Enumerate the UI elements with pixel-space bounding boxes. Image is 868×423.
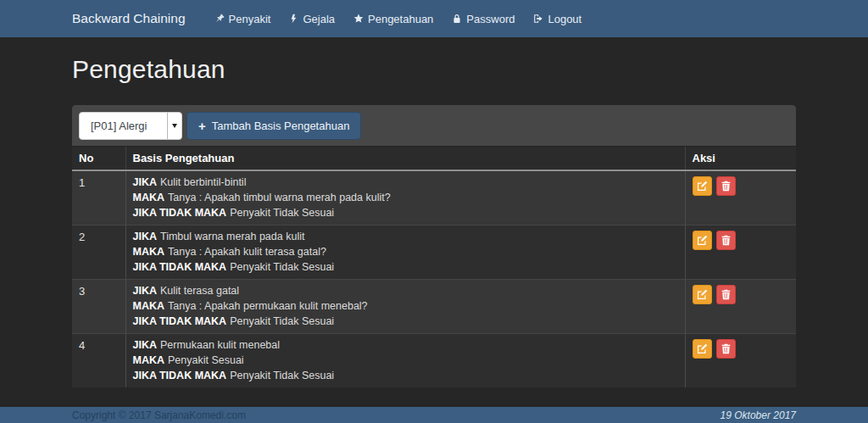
nav-item-label: Password xyxy=(466,13,515,25)
table-row: 1 JIKAKulit berbintil-bintil MAKATanya :… xyxy=(72,170,796,225)
table-header-row: No Basis Pengetahuan Aksi xyxy=(72,147,796,170)
rule-text: JIKATimbul warna merah pada kulit MAKATa… xyxy=(125,225,685,280)
row-number: 2 xyxy=(72,225,125,280)
trash-icon xyxy=(721,181,732,192)
nav-item-label: Logout xyxy=(548,13,581,25)
row-number: 1 xyxy=(72,170,125,225)
lock-icon xyxy=(452,14,462,24)
pushpin-icon xyxy=(214,14,225,24)
table-row: 3 JIKAKulit terasa gatal MAKATanya : Apa… xyxy=(72,280,796,334)
nav-item-penyakit[interactable]: Penyakit xyxy=(205,13,281,25)
add-knowledge-button-label: Tambah Basis Pengetahuan xyxy=(212,120,350,132)
row-actions xyxy=(685,170,796,225)
edit-icon xyxy=(697,181,708,192)
nav-item-gejala[interactable]: Gejala xyxy=(280,13,344,25)
nav-item-label: Penyakit xyxy=(229,13,271,25)
table-row: 2 JIKATimbul warna merah pada kulit MAKA… xyxy=(72,225,796,280)
main-nav: Penyakit Gejala Pengetahuan xyxy=(205,13,592,25)
flash-icon xyxy=(289,14,298,24)
delete-button[interactable] xyxy=(716,231,736,250)
edit-icon xyxy=(697,343,708,354)
delete-button[interactable] xyxy=(716,339,736,359)
nav-item-pengetahuan[interactable]: Pengetahuan xyxy=(344,13,442,25)
delete-button[interactable] xyxy=(716,176,736,196)
main-content: Pengetahuan [P01] Alergi + Tambah Basis … xyxy=(0,55,868,387)
column-header-aksi: Aksi xyxy=(685,147,796,170)
trash-icon xyxy=(721,289,732,300)
row-number: 4 xyxy=(72,334,125,388)
nav-item-label: Gejala xyxy=(303,13,335,25)
edit-button[interactable] xyxy=(693,231,712,250)
edit-button[interactable] xyxy=(693,339,712,359)
column-header-no: No xyxy=(72,147,125,170)
copyright-text: Copyright © 2017 SarjanaKomedi.com xyxy=(72,409,246,421)
trash-icon xyxy=(721,343,732,354)
add-knowledge-button[interactable]: + Tambah Basis Pengetahuan xyxy=(186,112,361,140)
star-icon xyxy=(353,14,364,24)
edit-button[interactable] xyxy=(693,176,712,196)
edit-icon xyxy=(697,289,708,300)
footer-date: 19 Oktober 2017 xyxy=(721,409,796,421)
logout-icon xyxy=(533,14,543,24)
rule-text: JIKAPermukaan kulit menebal MAKAPenyakit… xyxy=(125,334,685,388)
app-brand[interactable]: Backward Chaining xyxy=(72,11,186,26)
rule-text: JIKAKulit terasa gatal MAKATanya : Apaka… xyxy=(125,280,685,334)
page-title: Pengetahuan xyxy=(72,55,796,84)
trash-icon xyxy=(721,235,732,246)
nav-item-password[interactable]: Password xyxy=(442,13,524,25)
plus-icon: + xyxy=(198,120,206,132)
disease-select-value: [P01] Alergi xyxy=(80,120,167,132)
chevron-down-icon xyxy=(167,113,181,139)
row-actions xyxy=(685,225,796,280)
nav-item-logout[interactable]: Logout xyxy=(524,13,591,25)
navbar: Backward Chaining Penyakit xyxy=(0,0,868,37)
edit-icon xyxy=(697,235,708,246)
table-row: 4 JIKAPermukaan kulit menebal MAKAPenyak… xyxy=(72,334,796,388)
nav-item-label: Pengetahuan xyxy=(368,13,433,25)
disease-select[interactable]: [P01] Alergi xyxy=(79,112,182,140)
knowledge-panel: [P01] Alergi + Tambah Basis Pengetahuan … xyxy=(72,105,796,387)
row-actions xyxy=(685,280,796,334)
row-actions xyxy=(685,334,796,388)
column-header-basis: Basis Pengetahuan xyxy=(125,147,685,170)
delete-button[interactable] xyxy=(716,285,736,304)
rule-text: JIKAKulit berbintil-bintil MAKATanya : A… xyxy=(125,170,685,225)
edit-button[interactable] xyxy=(693,285,712,304)
panel-toolbar: [P01] Alergi + Tambah Basis Pengetahuan xyxy=(72,105,796,147)
knowledge-table: No Basis Pengetahuan Aksi 1 JIKAKulit be… xyxy=(72,147,796,387)
footer: Copyright © 2017 SarjanaKomedi.com 19 Ok… xyxy=(0,407,868,423)
row-number: 3 xyxy=(72,280,125,334)
